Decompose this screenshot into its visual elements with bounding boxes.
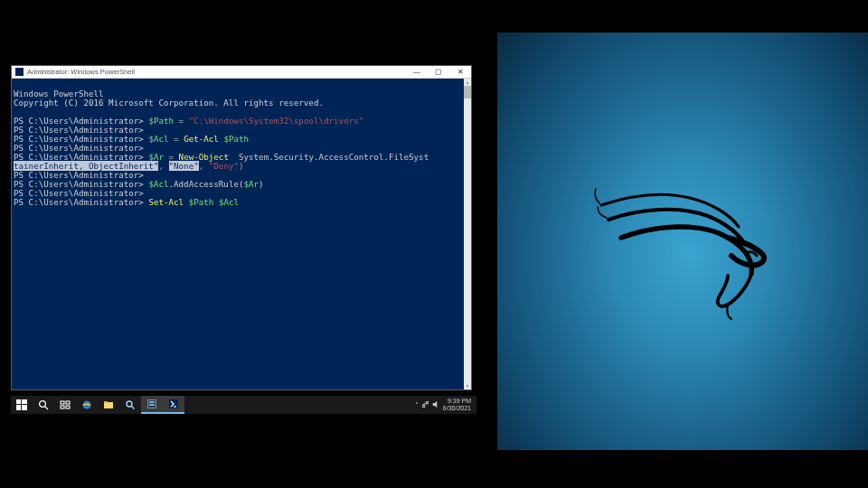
terminal-scrollbar[interactable]: ▴ ▾ <box>464 79 471 389</box>
svg-rect-17 <box>149 404 155 406</box>
svg-line-5 <box>45 407 48 409</box>
svg-rect-8 <box>61 406 64 408</box>
taskbar-powershell-icon[interactable] <box>163 396 184 414</box>
svg-rect-9 <box>66 406 70 408</box>
svg-marker-22 <box>433 400 438 408</box>
kali-dragon-logo <box>592 167 773 321</box>
taskbar-server-manager-icon[interactable] <box>141 396 163 414</box>
svg-point-13 <box>127 401 132 407</box>
clock-date: 6/30/2021 <box>443 405 471 412</box>
task-view-button[interactable] <box>54 396 76 414</box>
close-button[interactable]: ✕ <box>449 66 471 78</box>
start-button[interactable] <box>11 396 33 414</box>
scroll-up-button[interactable]: ▴ <box>464 79 471 86</box>
svg-rect-20 <box>422 405 424 407</box>
taskbar-clock[interactable]: 9:39 PM 6/30/2021 <box>443 398 471 412</box>
stage: Administrator: Windows PowerShell — ▢ ✕ … <box>0 0 868 488</box>
svg-point-4 <box>40 401 46 408</box>
scroll-down-button[interactable]: ▾ <box>464 382 471 389</box>
terminal-body[interactable]: Windows PowerShell Copyright (C) 2016 Mi… <box>12 79 471 389</box>
windows-taskbar: ˄ 9:39 PM 6/30/2021 <box>11 396 476 414</box>
window-titlebar[interactable]: Administrator: Windows PowerShell — ▢ ✕ <box>12 66 471 79</box>
taskbar-magnifier-icon[interactable] <box>119 396 141 414</box>
taskbar-ie-icon[interactable] <box>76 396 98 414</box>
minimize-button[interactable]: — <box>406 66 428 78</box>
svg-rect-0 <box>16 399 21 404</box>
system-tray[interactable]: ˄ 9:39 PM 6/30/2021 <box>415 398 476 412</box>
tray-network-icon[interactable] <box>421 400 429 410</box>
svg-rect-7 <box>66 401 70 404</box>
svg-rect-6 <box>61 401 64 404</box>
kali-desktop[interactable] <box>497 0 868 488</box>
maximize-button[interactable]: ▢ <box>428 66 449 78</box>
svg-rect-2 <box>16 405 21 410</box>
svg-rect-16 <box>149 401 155 403</box>
terminal-line: PS C:\Users\Administrator> Set-Acl $Path… <box>14 198 471 207</box>
scroll-thumb[interactable] <box>464 86 471 99</box>
windows-desktop: Administrator: Windows PowerShell — ▢ ✕ … <box>11 59 476 414</box>
powershell-icon <box>15 68 24 76</box>
terminal-copyright: Copyright (C) 2016 Microsoft Corporation… <box>14 98 324 108</box>
letterbox-bottom <box>0 450 868 488</box>
svg-rect-11 <box>104 402 113 408</box>
window-title: Administrator: Windows PowerShell <box>27 68 406 76</box>
taskbar-explorer-icon[interactable] <box>98 396 119 414</box>
window-controls: — ▢ ✕ <box>406 66 471 78</box>
letterbox-top <box>0 0 868 33</box>
terminal-lines: PS C:\Users\Administrator> $Path = "C:\W… <box>14 117 471 207</box>
clock-time: 9:39 PM <box>448 398 471 405</box>
tray-sound-icon[interactable] <box>432 400 440 410</box>
svg-rect-12 <box>104 401 108 403</box>
svg-rect-3 <box>22 405 27 410</box>
powershell-window[interactable]: Administrator: Windows PowerShell — ▢ ✕ … <box>11 65 472 390</box>
svg-line-14 <box>131 406 134 408</box>
svg-rect-1 <box>22 399 27 404</box>
search-button[interactable] <box>33 396 54 414</box>
tray-chevron-icon[interactable]: ˄ <box>415 401 419 409</box>
